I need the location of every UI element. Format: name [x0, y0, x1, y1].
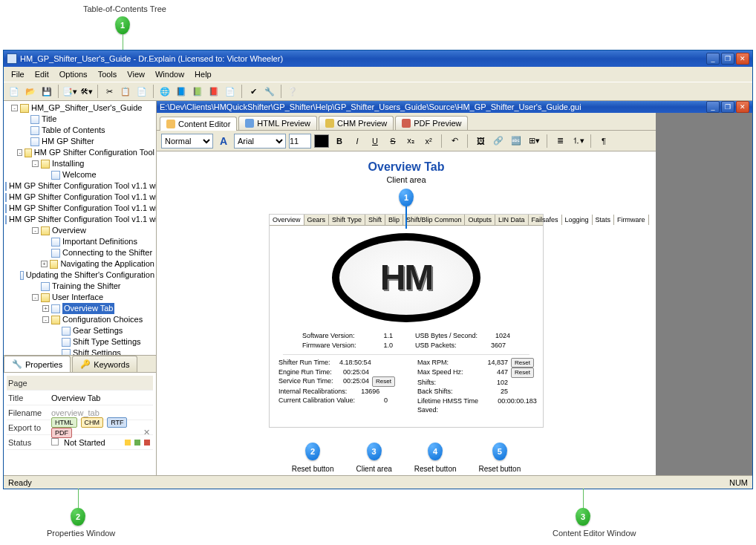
tab-properties[interactable]: 🔧Properties [4, 356, 71, 372]
superscript-icon[interactable]: x² [421, 134, 436, 149]
paste-icon[interactable]: 📄 [134, 84, 149, 99]
export-pdf-icon[interactable]: 📕 [206, 84, 221, 99]
tree-toggle-icon[interactable]: + [42, 305, 49, 312]
tab-keywords[interactable]: 🔑Keywords [72, 356, 137, 372]
style-select[interactable]: Normal [161, 134, 213, 149]
tree-node[interactable]: Important Definitions [5, 236, 154, 247]
tree-node[interactable]: Training the Shifter [5, 281, 154, 292]
italic-icon[interactable]: I [350, 134, 365, 149]
menu-options[interactable]: Options [55, 68, 92, 80]
page-icon [51, 171, 60, 180]
export-chm-icon[interactable]: 📘 [174, 84, 189, 99]
badge-chm[interactable]: CHM [81, 417, 104, 428]
tree-label: Connecting to the Shifter [62, 247, 152, 258]
minimize-button[interactable]: _ [706, 53, 720, 65]
doc-min-button[interactable]: _ [706, 101, 720, 113]
menu-edit[interactable]: Edit [30, 68, 53, 80]
doc-close-button[interactable]: ✕ [736, 101, 749, 113]
export-rtf-icon[interactable]: 📗 [190, 84, 205, 99]
link-icon[interactable]: 🔗 [491, 134, 506, 149]
menu-tools[interactable]: Tools [94, 68, 122, 80]
maximize-button[interactable]: ❐ [721, 53, 734, 65]
font-size-input[interactable] [289, 134, 311, 149]
tree-node[interactable]: Shift Settings [5, 347, 154, 355]
tree-node[interactable]: -HM GP Shifter Configuration Tool [5, 147, 154, 158]
tree-toggle-icon[interactable]: - [42, 316, 49, 323]
menu-file[interactable]: File [7, 68, 29, 80]
export-word-icon[interactable]: 📄 [223, 84, 238, 99]
text-color-swatch[interactable] [314, 134, 329, 148]
tab-html-preview[interactable]: HTML Preview [238, 116, 317, 130]
number-list-icon[interactable]: ⒈▾ [570, 134, 585, 149]
strike-icon[interactable]: S [385, 134, 400, 149]
tree-toggle-icon[interactable]: - [17, 149, 22, 156]
prop-title-value[interactable]: Overview Tab [48, 394, 153, 402]
table-icon[interactable]: ⊞▾ [527, 134, 541, 149]
tab-chm-preview[interactable]: CHM Preview [319, 116, 394, 130]
cut-icon[interactable]: ✂ [102, 84, 117, 99]
menu-help[interactable]: Help [190, 68, 216, 80]
font-color-icon[interactable]: A [216, 134, 231, 149]
new-icon[interactable]: 📄 [7, 84, 22, 99]
settings-icon[interactable]: 🛠▾ [79, 84, 94, 99]
tree-node[interactable]: -User Interface [5, 292, 154, 303]
tree-toggle-icon[interactable]: - [11, 105, 18, 111]
content-canvas[interactable]: Overview Tab Client area 1 Overview Gear… [157, 151, 656, 475]
badge-html[interactable]: HTML [51, 417, 77, 428]
help-icon[interactable]: ❔ [285, 84, 300, 99]
menu-view[interactable]: View [123, 68, 149, 80]
tree-node[interactable]: +Overview Tab [5, 303, 154, 314]
page-icon [5, 182, 7, 191]
toc-tree[interactable]: -HM_GP_Shifter_User's_GuideTitleTable of… [4, 101, 156, 355]
tree-node[interactable]: Connecting to the Shifter [5, 247, 154, 258]
tab-content-editor[interactable]: Content Editor [160, 117, 237, 131]
tree-label: Shift Settings [73, 347, 121, 355]
tree-node[interactable]: -Configuration Choices [5, 314, 154, 325]
tree-toggle-icon[interactable]: - [32, 227, 39, 234]
prop-filename-value[interactable]: overview_tab [48, 408, 153, 417]
bold-icon[interactable]: B [332, 134, 347, 149]
undo-icon[interactable]: ↶ [447, 134, 462, 149]
bullet-list-icon[interactable]: ≣ [553, 134, 567, 149]
add-page-icon[interactable]: 📑▾ [62, 84, 77, 99]
tree-node[interactable]: HM GP Shifter Configuration Tool v1.1 wi… [5, 214, 154, 225]
para-format-icon[interactable]: ¶ [596, 134, 611, 149]
tree-node[interactable]: Welcome [5, 169, 154, 180]
ss-tab: Outputs [465, 215, 495, 225]
menu-window[interactable]: Window [151, 68, 189, 80]
tree-node[interactable]: Gear Settings [5, 325, 154, 336]
doc-restore-button[interactable]: ❐ [721, 101, 734, 113]
tree-node[interactable]: Table of Contents [5, 125, 154, 136]
tree-node[interactable]: HM GP Shifter Configuration Tool v1.1 wi… [5, 203, 154, 214]
tree-toggle-icon[interactable]: - [32, 160, 39, 167]
tree-node[interactable]: -HM_GP_Shifter_User's_Guide [5, 102, 154, 114]
tree-node[interactable]: HM GP Shifter Configuration Tool v1.1 wi… [5, 180, 154, 192]
tree-node[interactable]: HM GP Shifter [5, 136, 154, 147]
tree-toggle-icon[interactable]: - [32, 294, 39, 301]
save-icon[interactable]: 💾 [39, 84, 54, 99]
copy-icon[interactable]: 📋 [118, 84, 133, 99]
validate-icon[interactable]: ✔ [246, 84, 261, 99]
tree-node[interactable]: Title [5, 114, 154, 125]
tree-node[interactable]: Updating the Shifter's Configuration [5, 270, 154, 281]
tree-node[interactable]: Shift Type Settings [5, 336, 154, 347]
image-icon[interactable]: 🖼 [473, 134, 488, 149]
font-select[interactable]: Arial [234, 134, 286, 149]
export-html-icon[interactable]: 🌐 [157, 84, 172, 99]
var-icon[interactable]: 🔤 [509, 134, 524, 149]
tab-pdf-preview[interactable]: PDF Preview [395, 116, 468, 130]
close-button[interactable]: ✕ [736, 53, 749, 65]
export-remove-icon[interactable]: ✕ [143, 428, 150, 437]
tree-node[interactable]: HM GP Shifter Configuration Tool v1.1 wi… [5, 192, 154, 203]
badge-pdf[interactable]: PDF [51, 428, 72, 438]
badge-rtf[interactable]: RTF [107, 417, 127, 428]
open-icon[interactable]: 📂 [23, 84, 38, 99]
tree-node[interactable]: +Navigating the Application [5, 258, 154, 270]
options-icon[interactable]: 🔧 [262, 84, 277, 99]
tree-toggle-icon[interactable]: + [41, 261, 48, 267]
tree-node[interactable]: -Installing [5, 158, 154, 169]
prop-status-value[interactable]: Not Started [48, 438, 153, 447]
subscript-icon[interactable]: x₂ [403, 134, 418, 149]
tree-node[interactable]: -Overview [5, 225, 154, 236]
underline-icon[interactable]: U [368, 134, 382, 149]
